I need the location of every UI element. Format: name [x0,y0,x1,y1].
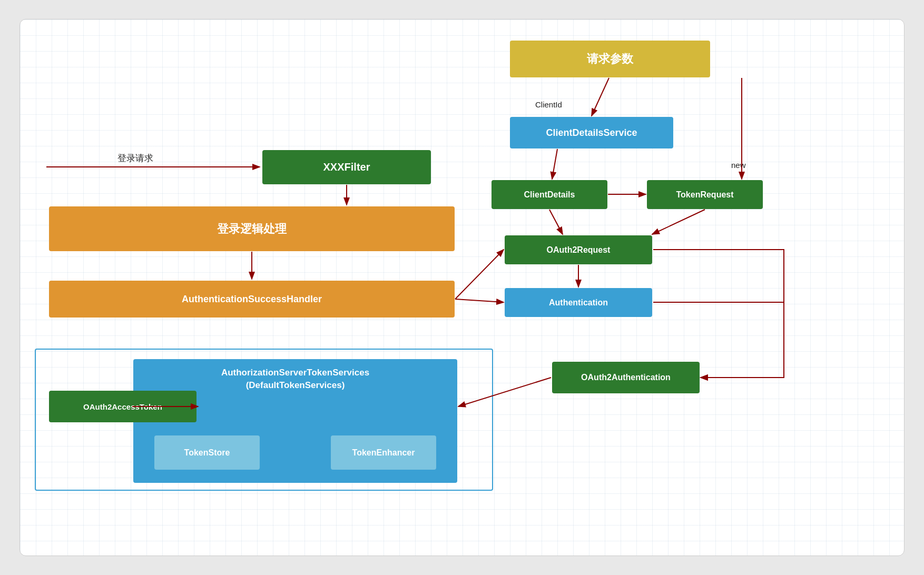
box-token-request: TokenRequest [647,180,763,209]
svg-line-11 [652,210,705,234]
box-token-enhancer: TokenEnhancer [331,435,436,470]
diagram-container: 请求参数 ClientDetailsService ClientDetails … [19,19,905,556]
svg-line-4 [455,250,504,299]
label-clientid: ClientId [535,100,562,109]
box-qiuqiu-canshu: 请求参数 [510,41,710,77]
box-oauth2-authentication: OAuth2Authentication [552,362,700,393]
token-services-label: AuthorizationServerTokenServices(Default… [221,366,369,392]
svg-line-7 [552,149,557,179]
svg-line-5 [455,299,504,302]
box-token-store: TokenStore [154,435,260,470]
box-client-details-service: ClientDetailsService [510,117,673,148]
box-auth-success-handler: AuthenticationSuccessHandler [49,281,455,318]
svg-line-10 [549,210,563,234]
box-client-details: ClientDetails [492,180,607,209]
label-new: new [731,161,746,170]
box-xxx-filter: XXXFilter [262,150,431,184]
box-authentication: Authentication [505,288,652,317]
box-login-logic: 登录逻辑处理 [49,206,455,251]
box-oauth2-request: OAuth2Request [505,235,652,264]
label-dengrqingqiu: 登录请求 [117,152,153,164]
box-oauth2-access-token: OAuth2AccessToken [49,391,196,422]
svg-line-6 [592,78,609,116]
